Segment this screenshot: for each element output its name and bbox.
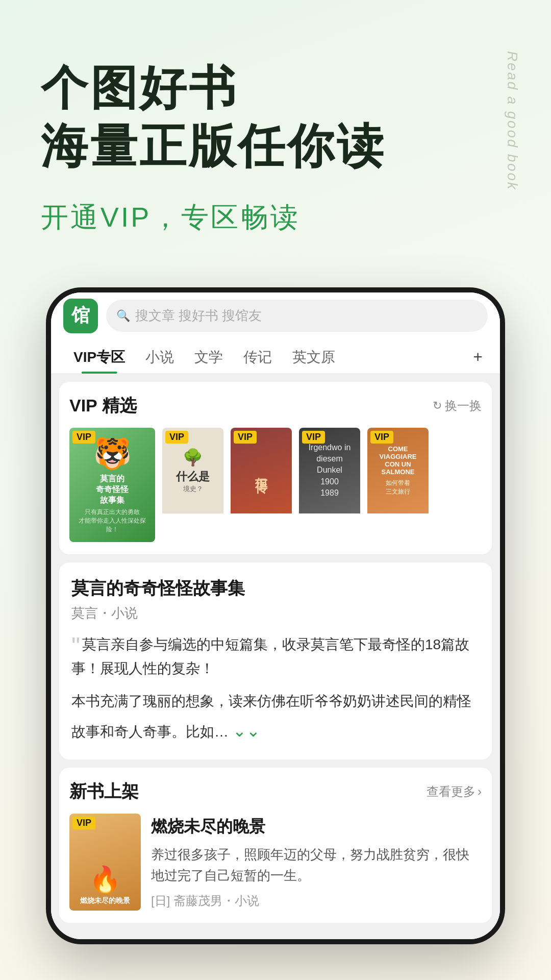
quote-mark-icon: " xyxy=(71,632,80,659)
book2-title: 什么是 xyxy=(176,469,210,484)
tab-vip[interactable]: VIP专区 xyxy=(63,341,135,373)
chevron-right-icon: › xyxy=(478,785,482,799)
hero-side-text: Read a good book xyxy=(504,51,520,191)
new-books-title: 新书上架 xyxy=(69,780,139,803)
book-item-4[interactable]: VIP Irgendwo in diesem Dunkel19001989 xyxy=(299,428,360,542)
tab-english[interactable]: 英文原 xyxy=(282,341,345,373)
book2-tree: 🌳 xyxy=(183,448,203,467)
chevron-down-icon: ⌄⌄ xyxy=(233,722,260,740)
new-book-desc: 养过很多孩子，照顾年迈的父母，努力战胜贫穷，很快地过完了自己短暂的一生。 xyxy=(151,844,482,887)
tab-biography[interactable]: 传记 xyxy=(233,341,282,373)
vip-section: VIP 精选 ↻ 换一换 VIP 🐯 莫言的奇奇怪怪故事集 xyxy=(59,382,492,554)
book-detail-author: 莫言・小说 xyxy=(71,604,480,622)
book-detail-desc-2: 本书充满了瑰丽的想象，读来仿佛在听爷爷奶奶讲述民间的精怪故事和奇人奇事。比如… … xyxy=(71,689,480,745)
vip-section-title: VIP 精选 xyxy=(69,394,137,418)
content-area: VIP 精选 ↻ 换一换 VIP 🐯 莫言的奇奇怪怪故事集 xyxy=(51,374,500,939)
vip-badge-3: VIP xyxy=(234,431,257,444)
vip-badge-5: VIP xyxy=(370,431,393,444)
vip-badge-2: VIP xyxy=(165,431,188,444)
book-item-2[interactable]: VIP 🌳 什么是 境史？ xyxy=(162,428,223,542)
app-logo: 馆 xyxy=(63,299,98,333)
book3-title: 但丁传 xyxy=(253,468,269,474)
tab-novel[interactable]: 小说 xyxy=(135,341,184,373)
book-item-3[interactable]: VIP 但丁传 xyxy=(231,428,292,542)
new-book-info: 燃烧未尽的晚景 养过很多孩子，照顾年迈的父母，努力战胜贫穷，很快地过完了自己短暂… xyxy=(151,814,482,909)
new-book-item[interactable]: 🔥 燃烧未尽的晚景 VIP 燃烧未尽的晚景 养过很多孩子，照顾年迈的父母，努力战… xyxy=(69,814,482,911)
new-book-cover: 🔥 燃烧未尽的晚景 VIP xyxy=(69,814,141,911)
book4-text: Irgendwo in diesem Dunkel19001989 xyxy=(303,442,356,499)
book-detail-title: 莫言的奇奇怪怪故事集 xyxy=(71,577,480,600)
new-book-author: [日] 斋藤茂男・小说 xyxy=(151,893,482,909)
book1-subtitle: 只有真正出大的勇敢才能带你走入人性深处探险！ xyxy=(74,508,150,534)
view-more-button[interactable]: 查看更多 › xyxy=(427,783,482,800)
hero-vip-text: 开通VIP，专区畅读 xyxy=(41,199,510,236)
new-book-title: 燃烧未尽的晚景 xyxy=(151,816,482,838)
book2-subtitle: 境史？ xyxy=(183,484,203,494)
book-shelf: VIP 🐯 莫言的奇奇怪怪故事集 只有真正出大的勇敢才能带你走入人性深处探险！ … xyxy=(69,428,482,542)
new-book-cover-title: 燃烧未尽的晚景 xyxy=(80,896,130,905)
book1-title: 莫言的奇奇怪怪故事集 xyxy=(96,474,129,506)
book-item-5[interactable]: VIP COME VIAGGIARE CON UN SALMONE 如何带着三文… xyxy=(367,428,429,542)
hero-title-line2: 海量正版任你读 xyxy=(41,119,510,174)
new-books-header: 新书上架 查看更多 › xyxy=(69,780,482,803)
expand-button[interactable]: ⌄⌄ xyxy=(233,717,260,745)
refresh-icon: ↻ xyxy=(433,399,442,412)
search-box[interactable]: 🔍 搜文章 搜好书 搜馆友 xyxy=(106,300,488,332)
tab-literature[interactable]: 文学 xyxy=(184,341,233,373)
search-area: 馆 🔍 搜文章 搜好书 搜馆友 xyxy=(51,292,500,333)
hero-title-line1: 个图好书 xyxy=(41,61,510,115)
vip-badge-1: VIP xyxy=(72,431,95,444)
phone-inner: 馆 🔍 搜文章 搜好书 搜馆友 VIP专区 小说 文学 传记 英文原 + xyxy=(51,292,500,939)
book-item-1[interactable]: VIP 🐯 莫言的奇奇怪怪故事集 只有真正出大的勇敢才能带你走入人性深处探险！ xyxy=(69,428,155,542)
vip-badge-4: VIP xyxy=(302,431,325,444)
new-book-vip-badge: VIP xyxy=(72,817,95,829)
book1-tiger-emoji: 🐯 xyxy=(93,435,132,472)
book5-title: COME VIAGGIARE CON UN SALMONE xyxy=(371,445,424,476)
nav-tabs: VIP专区 小说 文学 传记 英文原 + xyxy=(51,333,500,374)
search-placeholder-text: 搜文章 搜好书 搜馆友 xyxy=(135,307,262,325)
phone-frame: 馆 🔍 搜文章 搜好书 搜馆友 VIP专区 小说 文学 传记 英文原 + xyxy=(46,287,505,944)
book-detail-card: 莫言的奇奇怪怪故事集 莫言・小说 "莫言亲自参与编选的中短篇集，收录莫言笔下最奇… xyxy=(59,562,492,760)
flame-decoration: 🔥 xyxy=(89,865,121,894)
nav-plus-button[interactable]: + xyxy=(468,344,488,371)
hero-section: 个图好书 海量正版任你读 开通VIP，专区畅读 Read a good book xyxy=(0,0,551,267)
book5-subtitle: 如何带着三文旅行 xyxy=(386,479,410,496)
search-icon: 🔍 xyxy=(116,309,130,323)
refresh-label: 换一换 xyxy=(445,398,482,414)
refresh-button[interactable]: ↻ 换一换 xyxy=(433,398,482,414)
vip-section-header: VIP 精选 ↻ 换一换 xyxy=(69,394,482,418)
phone-wrapper: 馆 🔍 搜文章 搜好书 搜馆友 VIP专区 小说 文学 传记 英文原 + xyxy=(0,287,551,944)
new-books-section: 新书上架 查看更多 › 🔥 燃烧未尽的晚景 VIP xyxy=(59,768,492,923)
book-detail-desc-1: "莫言亲自参与编选的中短篇集，收录莫言笔下最奇怪的18篇故事！展现人性的复杂！ xyxy=(71,632,480,681)
